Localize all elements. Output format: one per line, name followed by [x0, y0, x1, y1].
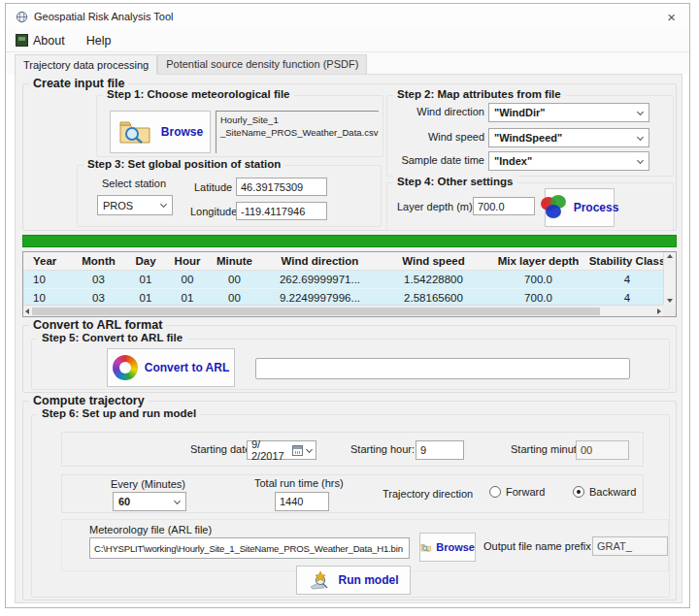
convert-arl-title: Convert to ARL format: [29, 318, 166, 332]
table-row[interactable]: 10 03 01 01 00 9.2249997996... 2.5816560…: [23, 288, 665, 306]
tab-psdf[interactable]: Potential source density function (PSDF): [157, 54, 367, 74]
every-minutes-label: Every (Minutes): [111, 478, 185, 490]
step3-title: Step 3: Set global position of station: [83, 158, 284, 170]
folder-search-icon: [420, 540, 432, 555]
process-button[interactable]: Process: [545, 188, 615, 227]
menu-bar: About Help: [6, 29, 689, 52]
title-bar: Geospatial Risk Analysis Tool ×: [6, 4, 689, 29]
run-model-button[interactable]: Run model: [296, 566, 411, 595]
process-label: Process: [574, 201, 619, 214]
tab-page: Create input file Step 1: Choose meteoro…: [15, 74, 682, 603]
starting-date-picker[interactable]: 9/ 2/2017: [247, 440, 316, 460]
menu-help[interactable]: Help: [86, 34, 112, 48]
step4-group: Step 4: Other settings Layer depth (m) 7…: [386, 182, 674, 231]
step1-group: Step 1: Choose meteorological file Brows…: [96, 95, 383, 157]
color-ring-icon: [113, 355, 138, 380]
column-header-month[interactable]: Month: [72, 252, 125, 270]
menu-about[interactable]: About: [16, 34, 65, 48]
wind-direction-select[interactable]: "WindDir": [488, 103, 649, 122]
starting-minute-input[interactable]: 00: [576, 440, 629, 460]
met-file-label: Meteorology file (ARL file): [89, 524, 212, 535]
start-datetime-panel: Starting date: 9/ 2/2017 Starting hour: …: [61, 432, 644, 467]
chevron-down-icon: [637, 108, 644, 114]
starting-hour-input[interactable]: 9: [416, 440, 464, 460]
radio-backward[interactable]: Backward: [573, 486, 636, 498]
run-settings-panel: Every (Minutes) 60 Total run time (hrs) …: [61, 474, 644, 513]
step5-group: Step 5: Convert to ARL file Convert to A…: [31, 339, 670, 390]
forward-label: Forward: [506, 486, 545, 498]
longitude-label: Longitude: [190, 206, 237, 217]
step2-title: Step 2: Map attributes from file: [393, 88, 565, 100]
output-prefix-label: Output file name prefix: [483, 540, 591, 552]
tab-bar: Trajectory data processing Potential sou…: [6, 52, 689, 74]
sample-date-time-label: Sample date time: [387, 154, 484, 166]
station-select[interactable]: PROS: [97, 195, 173, 215]
compute-trajectory-group: Compute trajectory Step 6: Set up and ru…: [22, 401, 677, 600]
every-minutes-select[interactable]: 60: [113, 492, 186, 511]
weather-data-table: Year Month Day Hour Minute Wind directio…: [22, 251, 677, 317]
wind-speed-label: Wind speed: [387, 131, 484, 143]
convert-to-arl-label: Convert to ARL: [145, 361, 230, 374]
app-window: Geospatial Risk Analysis Tool × About He…: [5, 3, 690, 608]
run-model-icon: [309, 570, 332, 590]
browse-met-file-button[interactable]: Browse: [110, 111, 211, 153]
column-header-day[interactable]: Day: [125, 252, 166, 270]
column-header-mix-layer-depth[interactable]: Mix layer depth: [487, 252, 589, 270]
browse-arl-button[interactable]: Browse: [419, 533, 476, 562]
column-header-hour[interactable]: Hour: [166, 252, 209, 270]
create-input-file-group: Create input file Step 1: Choose meteoro…: [22, 83, 677, 231]
selected-met-file-name: Hourly_Site_1 _SiteName_PROS_Weather_Dat…: [216, 111, 379, 153]
table-row[interactable]: 10 03 01 00 00 262.69999971... 1.5422880…: [23, 271, 665, 288]
rgb-circles-icon: [541, 195, 570, 220]
starting-date-label: Starting date:: [190, 443, 253, 455]
scrollbar-thumb[interactable]: [32, 308, 600, 315]
compute-trajectory-title: Compute trajectory: [29, 394, 149, 407]
step6-title: Step 6: Set up and run model: [38, 407, 200, 419]
scrollbar-corner: [663, 305, 676, 316]
browse-met-file-label: Browse: [161, 125, 203, 139]
trajectory-direction-label: Trajectory direction: [383, 488, 473, 500]
starting-hour-label: Starting hour:: [350, 443, 415, 455]
wind-direction-label: Wind direction: [387, 106, 484, 117]
met-file-input[interactable]: C:\HYSPLIT\working\Hourly_Site_1_SiteNam…: [89, 537, 410, 559]
radio-forward[interactable]: Forward: [489, 486, 545, 498]
step5-title: Step 5: Convert to ARL file: [38, 332, 186, 343]
app-globe-icon: [16, 11, 28, 23]
latitude-label: Latitude: [194, 181, 232, 193]
scroll-right-icon[interactable]: [657, 308, 661, 314]
radio-circle-icon: [489, 486, 501, 498]
table-horizontal-scrollbar[interactable]: [23, 305, 663, 316]
chevron-down-icon: [637, 156, 644, 163]
latitude-input[interactable]: 46.39175309: [236, 178, 327, 196]
scroll-left-icon[interactable]: [25, 308, 29, 314]
scroll-up-icon[interactable]: [667, 254, 673, 258]
wind-speed-select[interactable]: "WindSpeed": [488, 128, 649, 147]
close-button[interactable]: ×: [663, 10, 680, 24]
conversion-progress-bar: [255, 358, 630, 379]
column-header-wind-direction[interactable]: Wind direction: [260, 252, 380, 270]
select-station-label: Select station: [102, 178, 166, 189]
table-header-row: Year Month Day Hour Minute Wind directio…: [23, 252, 665, 271]
step3-group: Step 3: Set global position of station S…: [77, 165, 382, 227]
layer-depth-input[interactable]: 700.0: [473, 197, 535, 215]
met-file-panel: Meteorology file (ARL file) C:\HYSPLIT\w…: [61, 519, 669, 571]
column-header-stability-class[interactable]: Stability Class: [589, 252, 665, 270]
sample-date-time-select[interactable]: "Index": [488, 151, 649, 171]
layer-depth-label: Layer depth (m): [397, 201, 473, 212]
column-header-year[interactable]: Year: [23, 252, 72, 270]
chevron-down-icon: [174, 497, 181, 503]
run-model-label: Run model: [339, 573, 399, 587]
longitude-input[interactable]: -119.4117946: [236, 202, 327, 220]
total-run-time-input[interactable]: 1440: [275, 492, 329, 511]
chevron-down-icon: [637, 133, 644, 140]
about-icon: [16, 34, 28, 47]
calendar-icon: [292, 445, 303, 456]
table-vertical-scrollbar[interactable]: [663, 252, 676, 305]
column-header-minute[interactable]: Minute: [209, 252, 260, 270]
tab-trajectory-data-processing[interactable]: Trajectory data processing: [15, 54, 157, 75]
column-header-wind-speed[interactable]: Wind speed: [380, 252, 487, 270]
output-prefix-input[interactable]: GRAT_: [592, 536, 668, 556]
convert-to-arl-button[interactable]: Convert to ARL: [107, 348, 235, 387]
scroll-down-icon[interactable]: [667, 299, 673, 303]
total-run-time-label: Total run time (hrs): [254, 477, 344, 489]
